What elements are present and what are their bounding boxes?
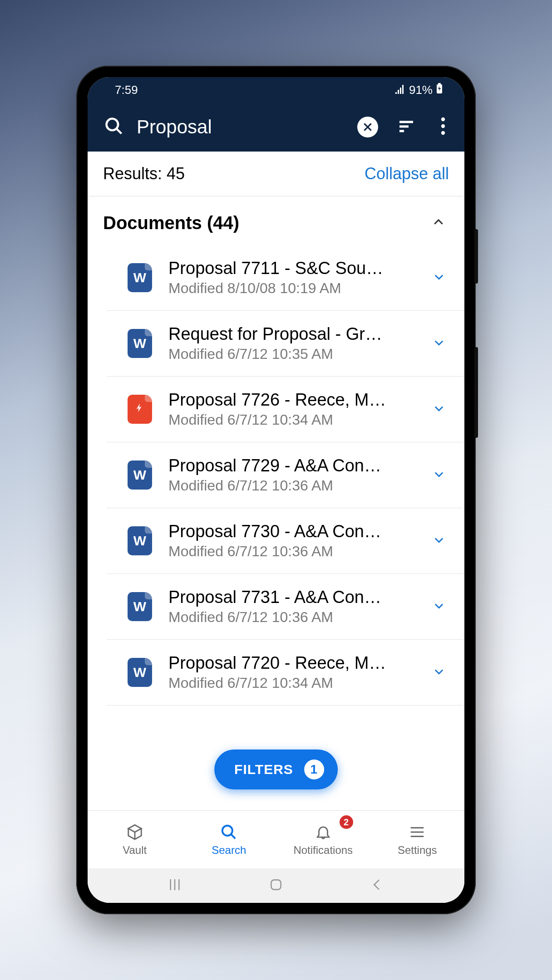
battery-icon	[436, 83, 443, 97]
search-icon[interactable]	[104, 116, 124, 138]
svg-rect-1	[438, 83, 441, 85]
svg-rect-6	[399, 121, 413, 123]
document-row[interactable]: W Proposal 7731 - A&A Cons... Modified 6…	[107, 574, 464, 640]
document-title: Proposal 7729 - A&A Cons...	[168, 456, 386, 475]
document-title: Proposal 7730 - A&A Cons...	[168, 522, 386, 541]
svg-point-2	[107, 119, 118, 131]
more-menu-button[interactable]	[434, 117, 452, 137]
svg-rect-8	[399, 130, 404, 132]
chevron-down-icon[interactable]	[433, 665, 445, 680]
android-back-button[interactable]	[370, 877, 384, 894]
document-info: Request for Proposal - Gra... Modified 6…	[168, 324, 416, 363]
nav-vault[interactable]: Vault	[88, 811, 182, 868]
document-meta: Modified 6/7/12 10:34 AM	[168, 412, 416, 428]
word-icon: W	[128, 461, 152, 490]
document-info: Proposal 7726 - Reece, Mu... Modified 6/…	[168, 390, 416, 428]
nav-label: Notifications	[293, 844, 353, 857]
android-nav-bar	[88, 868, 464, 903]
section-header-documents[interactable]: Documents (44)	[88, 196, 464, 250]
status-bar: 7:59 91%	[88, 77, 464, 103]
document-row[interactable]: W Proposal 7730 - A&A Cons... Modified 6…	[107, 508, 464, 574]
document-info: Proposal 7720 - Reece, Mu... Modified 6/…	[168, 653, 416, 691]
phone-screen: 7:59 91% Proposal	[88, 77, 464, 903]
chevron-down-icon[interactable]	[433, 402, 445, 416]
section-title: Documents (44)	[103, 213, 239, 233]
word-icon: W	[128, 592, 152, 621]
search-header: Proposal	[88, 103, 464, 152]
word-icon: W	[128, 329, 152, 358]
document-meta: Modified 6/7/12 10:36 AM	[168, 477, 416, 494]
document-list[interactable]: W Proposal 7711 - S&C South... Modified …	[88, 250, 464, 810]
collapse-all-button[interactable]: Collapse all	[365, 164, 449, 183]
phone-frame: 7:59 91% Proposal	[76, 66, 476, 914]
vault-icon	[126, 823, 143, 841]
phone-side-button	[474, 229, 478, 284]
svg-point-11	[441, 131, 445, 135]
document-info: Proposal 7731 - A&A Cons... Modified 6/7…	[168, 588, 416, 626]
chevron-down-icon[interactable]	[433, 599, 445, 614]
search-icon	[220, 823, 237, 841]
results-count: Results: 45	[103, 164, 185, 183]
chevron-down-icon[interactable]	[433, 270, 445, 285]
signal-icon	[395, 83, 405, 97]
chevron-down-icon[interactable]	[433, 534, 445, 548]
document-meta: Modified 6/7/12 10:36 AM	[168, 543, 416, 560]
battery-percent: 91%	[409, 83, 433, 97]
document-title: Proposal 7720 - Reece, Mu...	[168, 653, 386, 673]
svg-point-9	[441, 118, 445, 121]
document-title: Proposal 7711 - S&C South...	[168, 259, 386, 278]
chevron-down-icon[interactable]	[433, 336, 445, 351]
bell-icon	[315, 823, 332, 841]
results-bar: Results: 45 Collapse all	[88, 152, 464, 196]
document-meta: Modified 6/7/12 10:36 AM	[168, 609, 416, 626]
sort-button[interactable]	[391, 117, 422, 137]
document-row[interactable]: W Request for Proposal - Gra... Modified…	[107, 311, 464, 377]
svg-point-14	[222, 825, 232, 835]
chevron-up-icon	[432, 216, 445, 231]
nav-settings[interactable]: Settings	[370, 811, 465, 868]
filters-label: FILTERS	[234, 762, 293, 777]
document-row[interactable]: W Proposal 7720 - Reece, Mu... Modified …	[107, 640, 464, 706]
nav-notifications[interactable]: 2 Notifications	[276, 811, 370, 868]
android-recents-button[interactable]	[168, 877, 182, 894]
document-title: Request for Proposal - Gra...	[168, 324, 386, 344]
notification-badge: 2	[340, 815, 353, 829]
document-meta: Modified 6/7/12 10:34 AM	[168, 675, 416, 691]
filters-button[interactable]: FILTERS 1	[214, 750, 338, 789]
bottom-nav: Vault Search 2 Notifications Settings	[88, 810, 464, 868]
document-meta: Modified 6/7/12 10:35 AM	[168, 346, 416, 363]
word-icon: W	[128, 526, 152, 555]
document-title: Proposal 7726 - Reece, Mu...	[168, 390, 386, 410]
android-home-button[interactable]	[269, 877, 283, 894]
svg-marker-12	[128, 825, 142, 832]
svg-line-3	[117, 129, 122, 134]
status-time: 7:59	[115, 83, 138, 97]
word-icon: W	[128, 658, 152, 687]
menu-icon	[409, 823, 426, 841]
document-meta: Modified 8/10/08 10:19 AM	[168, 280, 416, 297]
document-row[interactable]: W Proposal 7711 - S&C South... Modified …	[107, 250, 464, 311]
clear-search-button[interactable]	[357, 117, 378, 137]
nav-label: Vault	[123, 844, 147, 857]
document-row[interactable]: W Proposal 7729 - A&A Cons... Modified 6…	[107, 442, 464, 508]
filters-count-badge: 1	[304, 760, 324, 779]
svg-rect-7	[399, 125, 409, 127]
phone-side-button	[474, 347, 478, 438]
document-info: Proposal 7729 - A&A Cons... Modified 6/7…	[168, 456, 416, 494]
search-input[interactable]: Proposal	[137, 116, 345, 138]
svg-point-10	[441, 124, 445, 128]
nav-label: Search	[212, 844, 246, 857]
nav-search[interactable]: Search	[182, 811, 276, 868]
document-info: Proposal 7711 - S&C South... Modified 8/…	[168, 259, 416, 297]
svg-rect-22	[271, 880, 281, 889]
document-row[interactable]: Proposal 7726 - Reece, Mu... Modified 6/…	[107, 377, 464, 442]
document-info: Proposal 7730 - A&A Cons... Modified 6/7…	[168, 522, 416, 560]
chevron-down-icon[interactable]	[433, 468, 445, 482]
nav-label: Settings	[398, 844, 437, 857]
pdf-icon	[128, 395, 152, 424]
word-icon: W	[128, 263, 152, 292]
svg-line-15	[231, 834, 236, 838]
document-title: Proposal 7731 - A&A Cons...	[168, 588, 386, 607]
